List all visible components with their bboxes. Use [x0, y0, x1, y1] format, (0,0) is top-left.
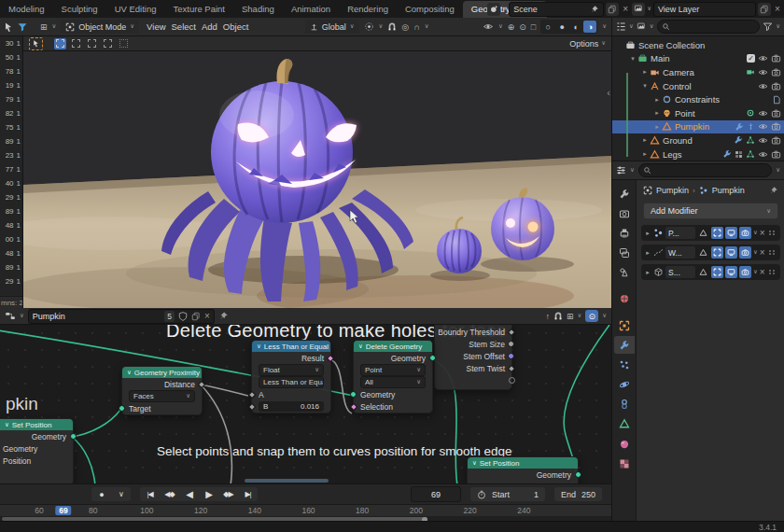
hide-eye-icon[interactable]: [758, 108, 768, 119]
socket-geometry-out[interactable]: [429, 355, 436, 361]
outliner-item-point[interactable]: ▸Point: [612, 106, 784, 120]
node-geometry-proximity[interactable]: ∨Geometry Proximity Distance Faces∨ Targ…: [121, 366, 203, 415]
modifier-row-w[interactable]: ▸W...∨×: [641, 245, 780, 260]
hide-eye-icon[interactable]: [758, 53, 768, 63]
hide-eye-icon[interactable]: [758, 81, 768, 91]
fake-user-shield-icon[interactable]: [178, 312, 188, 321]
frame-end-field[interactable]: End 250: [554, 487, 602, 501]
properties-editor-icon[interactable]: [616, 165, 626, 175]
users-count-badge[interactable]: 5: [164, 311, 175, 322]
wrench-badge-icon[interactable]: [735, 122, 744, 132]
render-visibility-icon[interactable]: [771, 53, 781, 63]
outliner-item-camera[interactable]: ▸Camera: [612, 65, 784, 79]
play-button[interactable]: ▶: [199, 487, 218, 501]
array-badge-icon[interactable]: [735, 150, 743, 159]
wrench-badge-icon[interactable]: [722, 149, 732, 159]
properties-tab-output[interactable]: [614, 224, 635, 242]
breadcrumb-object[interactable]: Pumpkin: [656, 186, 689, 195]
socket-target[interactable]: [119, 405, 125, 412]
auto-keying-button[interactable]: ●: [91, 487, 111, 501]
render-visibility-icon[interactable]: [771, 67, 781, 77]
compare-type-dropdown[interactable]: Float∨: [259, 364, 324, 376]
outliner-editor-caret[interactable]: ∨: [629, 23, 634, 30]
current-frame-field[interactable]: 69: [411, 486, 461, 502]
falloff-curve-icon[interactable]: ∩: [413, 22, 419, 32]
viewport-menu-select[interactable]: Select: [169, 21, 199, 32]
properties-tab-particles[interactable]: [614, 356, 635, 373]
modifier-drag-handle[interactable]: [769, 231, 777, 236]
select-new-button[interactable]: [54, 38, 66, 49]
properties-tab-scene[interactable]: [614, 264, 635, 282]
outliner-item-scene-collection[interactable]: Scene Collection: [612, 38, 784, 52]
scene-name-field[interactable]: Scene: [509, 2, 604, 17]
frame-start-field[interactable]: Start 1: [470, 487, 545, 501]
topbar-tab-sculpting[interactable]: Sculpting: [53, 1, 106, 18]
modifier-name[interactable]: W...: [665, 246, 695, 259]
group-input-socket-stem-offset[interactable]: Stem Offset: [435, 350, 511, 362]
play-reverse-button[interactable]: ◀: [179, 487, 199, 501]
topbar-tab-texture-paint[interactable]: Texture Paint: [165, 1, 233, 18]
topbar-tab-animation[interactable]: Animation: [283, 1, 339, 18]
group-input-socket-stem-twist[interactable]: Stem Twist: [435, 362, 511, 374]
outliner-item-legs[interactable]: ▸Legs: [612, 147, 784, 161]
node-canvas[interactable]: Delete Geometry to make holes for face B…: [0, 325, 611, 483]
modifier-remove-button[interactable]: ×: [760, 267, 765, 277]
expand-arrow[interactable]: ▸: [652, 96, 662, 104]
unlink-icon[interactable]: ×: [204, 311, 210, 321]
jump-to-start-button[interactable]: |◀: [140, 487, 160, 501]
properties-tab-texture[interactable]: [614, 455, 635, 472]
expand-arrow[interactable]: ▸: [652, 109, 662, 117]
node-overlays-icon[interactable]: ⊙: [585, 310, 598, 322]
visibility-icon[interactable]: [483, 21, 494, 32]
modifier-row-p[interactable]: ▸P...∨×: [641, 225, 780, 241]
properties-tab-world[interactable]: [614, 290, 635, 308]
modifier-drag-handle[interactable]: [769, 270, 777, 275]
tool-badge-icon[interactable]: [747, 122, 755, 131]
filter-icon[interactable]: [17, 21, 28, 33]
scene-copy-button[interactable]: [606, 3, 619, 16]
topbar-tab-rendering[interactable]: Rendering: [339, 1, 397, 18]
editor-type-icon[interactable]: ⊞: [40, 22, 48, 32]
scene-unlink-button[interactable]: ×: [621, 4, 630, 14]
hide-eye-icon[interactable]: [758, 121, 768, 132]
orientation-selector[interactable]: Global ∨: [305, 20, 359, 34]
gizmos-icon[interactable]: ⊕: [508, 22, 515, 32]
view-layer-copy-button[interactable]: [758, 3, 771, 16]
realtime-toggle[interactable]: [725, 227, 737, 239]
modifier-extras-caret[interactable]: ∨: [753, 230, 758, 236]
go-to-parent-icon[interactable]: ↑: [545, 312, 550, 321]
delete-mode-dropdown[interactable]: All∨: [360, 376, 426, 388]
socket-geometry-in[interactable]: [350, 391, 357, 398]
xray-icon[interactable]: □: [531, 22, 536, 32]
modifier-remove-button[interactable]: ×: [760, 228, 765, 238]
group-input-socket-boundry-threshold[interactable]: Boundry Threshold: [435, 326, 511, 338]
node-tree-browse-caret[interactable]: ∨: [20, 313, 24, 319]
expand-arrow[interactable]: ▸: [640, 136, 650, 144]
geonodes-badge-icon[interactable]: [746, 149, 755, 159]
compare-operation-dropdown[interactable]: Less Than or Equal∨: [259, 376, 324, 388]
show-on-cage-toggle[interactable]: [697, 246, 709, 259]
render-toggle[interactable]: [739, 227, 751, 239]
socket-geometry-out[interactable]: [575, 471, 581, 478]
shading-wireframe-button[interactable]: ○: [541, 21, 554, 33]
modifier-name[interactable]: S...: [665, 266, 695, 278]
node-snap-caret[interactable]: ∨: [577, 313, 581, 319]
outliner-item-constraints[interactable]: ▸Constraints: [612, 92, 784, 106]
properties-tab-data[interactable]: [614, 415, 635, 433]
render-toggle[interactable]: [739, 266, 751, 278]
render-visibility-icon[interactable]: [771, 81, 781, 91]
overlays-icon[interactable]: ⊙: [519, 22, 526, 32]
expand-arrow[interactable]: ▸: [652, 123, 662, 131]
properties-tab-constraints[interactable]: [614, 396, 635, 413]
sidebar-collapse-arrow[interactable]: ‹: [607, 87, 610, 98]
outliner-search-input[interactable]: [657, 20, 761, 34]
value-b-field[interactable]: B0.016: [259, 401, 324, 412]
viewport-menu-add[interactable]: Add: [199, 21, 220, 32]
expand-arrow[interactable]: ▸: [640, 150, 650, 158]
geonodes-badge-icon[interactable]: [746, 135, 755, 145]
pin-icon[interactable]: [218, 311, 229, 321]
topbar-tab-shading[interactable]: Shading: [233, 1, 283, 18]
outliner-item-control[interactable]: ▾Control: [612, 79, 784, 93]
node-snap-magnet-icon[interactable]: [553, 311, 563, 321]
outliner-filter-icon[interactable]: [763, 21, 773, 32]
